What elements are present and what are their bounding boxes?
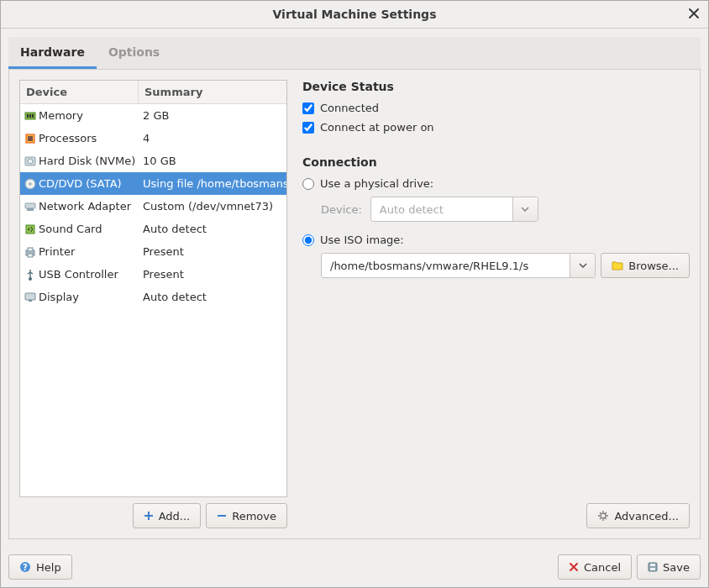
gear-icon xyxy=(597,510,609,522)
table-row[interactable]: Printer Present xyxy=(20,240,286,263)
svg-text:?: ? xyxy=(23,563,28,572)
device-table: Device Summary Memory 2 GB Processors 4 xyxy=(19,80,287,497)
device-summary: Custom (/dev/vmnet73) xyxy=(139,200,286,213)
use-iso-radio[interactable] xyxy=(302,234,314,246)
device-name: Sound Card xyxy=(39,223,102,235)
device-summary: Present xyxy=(139,245,286,258)
help-icon: ? xyxy=(19,561,31,573)
display-icon xyxy=(24,291,37,304)
cpu-icon xyxy=(24,132,37,145)
svg-rect-15 xyxy=(28,254,33,257)
disk-icon xyxy=(24,155,37,168)
device-name: CD/DVD (SATA) xyxy=(39,177,122,190)
device-detail-column: Device Status Connected Connect at power… xyxy=(302,80,690,528)
hardware-panel: Device Summary Memory 2 GB Processors 4 xyxy=(8,69,701,539)
window-title: Virtual Machine Settings xyxy=(273,8,437,21)
device-name: Display xyxy=(39,291,79,303)
use-physical-radio[interactable] xyxy=(302,178,314,190)
device-name: Memory xyxy=(39,109,83,122)
device-label: Device: xyxy=(321,203,362,216)
device-summary: 2 GB xyxy=(139,109,286,122)
close-icon xyxy=(689,8,699,18)
svg-rect-10 xyxy=(25,203,35,208)
cancel-icon xyxy=(569,562,579,572)
svg-rect-17 xyxy=(25,293,35,300)
svg-rect-2 xyxy=(29,114,31,118)
tab-bar: Hardware Options xyxy=(8,37,701,69)
usb-icon xyxy=(24,268,37,281)
device-summary: Using file /home/tbosmans xyxy=(139,177,286,190)
svg-rect-11 xyxy=(27,208,34,211)
use-iso-radio-row[interactable]: Use ISO image: xyxy=(302,234,690,246)
chevron-down-icon xyxy=(521,207,529,212)
svg-rect-18 xyxy=(29,300,32,302)
connected-checkbox[interactable] xyxy=(302,102,314,114)
titlebar: Virtual Machine Settings xyxy=(1,1,708,29)
svg-rect-24 xyxy=(650,564,655,566)
table-row[interactable]: Memory 2 GB xyxy=(20,104,286,127)
minus-icon xyxy=(217,511,227,521)
physical-device-value: Auto detect xyxy=(371,197,512,221)
table-row[interactable]: Display Auto detect xyxy=(20,286,286,308)
save-button[interactable]: Save xyxy=(637,554,701,580)
iso-path-dropdown[interactable] xyxy=(570,254,595,277)
svg-rect-1 xyxy=(27,114,29,118)
connect-power-checkbox[interactable] xyxy=(302,122,314,134)
svg-rect-12 xyxy=(26,225,34,234)
table-row[interactable]: Network Adapter Custom (/dev/vmnet73) xyxy=(20,195,286,218)
svg-point-9 xyxy=(29,182,32,185)
device-status-title: Device Status xyxy=(302,80,690,93)
device-table-header: Device Summary xyxy=(20,81,286,104)
svg-point-16 xyxy=(29,277,32,281)
device-summary: Auto detect xyxy=(139,291,286,303)
advanced-button[interactable]: Advanced... xyxy=(586,503,690,528)
browse-button[interactable]: Browse... xyxy=(601,253,690,278)
remove-button[interactable]: Remove xyxy=(206,503,287,528)
help-button[interactable]: ? Help xyxy=(8,554,72,580)
device-list-column: Device Summary Memory 2 GB Processors 4 xyxy=(19,80,287,528)
device-name: USB Controller xyxy=(39,268,118,281)
svg-rect-14 xyxy=(28,248,33,251)
plus-icon xyxy=(144,511,154,521)
content-area: Hardware Options Device Summary Memory 2… xyxy=(1,29,708,547)
settings-window: Virtual Machine Settings Hardware Option… xyxy=(0,0,709,588)
col-header-summary[interactable]: Summary xyxy=(139,81,286,103)
device-summary: 4 xyxy=(139,132,286,144)
device-summary: 10 GB xyxy=(139,155,286,167)
physical-device-combo: Auto detect xyxy=(370,197,538,222)
device-name: Printer xyxy=(39,245,75,258)
connected-checkbox-row[interactable]: Connected xyxy=(302,102,690,114)
svg-point-7 xyxy=(28,159,33,164)
memory-icon xyxy=(24,109,37,123)
printer-icon xyxy=(24,245,37,259)
device-name: Processors xyxy=(39,132,97,144)
connection-title: Connection xyxy=(302,155,690,169)
svg-rect-23 xyxy=(650,568,655,570)
add-button[interactable]: Add... xyxy=(133,503,202,528)
svg-point-19 xyxy=(601,513,606,518)
tab-hardware[interactable]: Hardware xyxy=(8,37,97,69)
iso-path-combo[interactable]: /home/tbosmans/vmware/RHEL9.1/s xyxy=(321,253,596,278)
device-summary: Auto detect xyxy=(139,223,286,235)
table-row[interactable]: Sound Card Auto detect xyxy=(20,218,286,240)
table-row[interactable]: Processors 4 xyxy=(20,127,286,150)
tab-options[interactable]: Options xyxy=(97,37,171,69)
connect-power-checkbox-row[interactable]: Connect at power on xyxy=(302,121,690,134)
physical-device-dropdown xyxy=(512,197,538,221)
network-icon xyxy=(24,200,37,213)
table-row[interactable]: Hard Disk (NVMe) 10 GB xyxy=(20,150,286,172)
iso-path-value: /home/tbosmans/vmware/RHEL9.1/s xyxy=(322,254,570,277)
dialog-footer: ? Help Cancel Save xyxy=(1,547,708,587)
device-name: Network Adapter xyxy=(39,200,131,213)
sound-icon xyxy=(24,223,37,236)
close-button[interactable] xyxy=(685,4,703,23)
device-name: Hard Disk (NVMe) xyxy=(39,155,135,167)
table-row[interactable]: CD/DVD (SATA) Using file /home/tbosmans xyxy=(20,172,286,195)
folder-icon xyxy=(612,260,623,270)
cancel-button[interactable]: Cancel xyxy=(558,554,632,580)
svg-rect-5 xyxy=(28,136,33,141)
col-header-device[interactable]: Device xyxy=(20,81,139,103)
device-summary: Present xyxy=(139,268,286,281)
table-row[interactable]: USB Controller Present xyxy=(20,263,286,286)
use-physical-radio-row[interactable]: Use a physical drive: xyxy=(302,177,690,190)
